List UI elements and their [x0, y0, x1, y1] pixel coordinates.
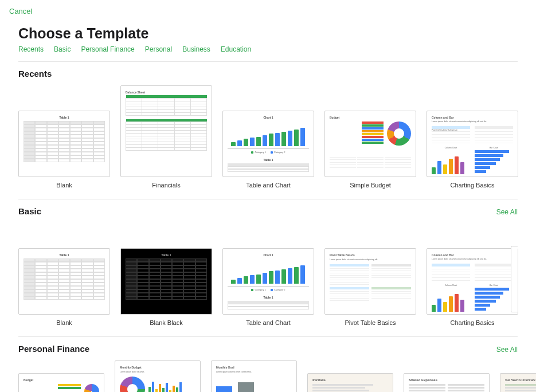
- tab-personal[interactable]: Personal: [145, 45, 172, 53]
- template-label: Financials: [120, 182, 212, 189]
- tab-basic[interactable]: Basic: [54, 45, 71, 53]
- thumbnail: Column and Bar Lorem ipsum dolor sit ame…: [427, 248, 518, 315]
- tab-recents[interactable]: Recents: [18, 45, 44, 53]
- tab-education[interactable]: Education: [221, 45, 251, 53]
- template-charting-basics[interactable]: Column and Bar Lorem ipsum dolor sit ame…: [427, 85, 518, 189]
- thumbnail: Balance Sheet: [120, 85, 212, 177]
- section-title-recents: Recents: [18, 69, 52, 79]
- thumbnail: Portfolio: [307, 373, 393, 392]
- see-all-personal-finance[interactable]: See All: [496, 346, 518, 354]
- section-title-basic: Basic: [18, 206, 41, 216]
- tab-personal-finance[interactable]: Personal Finance: [81, 45, 134, 53]
- template-shared-expenses[interactable]: Shared Expenses: [404, 360, 490, 392]
- thumbnail: Budget: [18, 373, 104, 392]
- donut-chart-icon: [387, 121, 411, 146]
- page-title: Choose a Template: [0, 16, 536, 45]
- template-table-and-chart[interactable]: Chart 1 Category 1Category 2 Table 1 Tab…: [222, 223, 314, 326]
- thumbnail: Table 1: [120, 248, 212, 315]
- see-all-basic[interactable]: See All: [496, 208, 518, 216]
- template-label: Charting Basics: [427, 182, 518, 189]
- cancel-button[interactable]: Cancel: [9, 7, 32, 15]
- thumbnail: Chart 1 Category 1Category 2 Table 1: [222, 111, 314, 177]
- template-label: Charting Basics: [427, 319, 518, 326]
- thumbnail: Pivot Table Basics Lorem ipsum dolor sit…: [324, 248, 416, 315]
- template-label: Table and Chart: [222, 182, 314, 189]
- template-label: Pivot Table Basics: [324, 319, 416, 326]
- thumbnail: Shared Expenses: [404, 373, 490, 392]
- thumbnail: Budget: [324, 111, 416, 177]
- template-blank-black[interactable]: Table 1 Blank Black: [120, 223, 212, 326]
- donut-chart-icon: [84, 384, 99, 392]
- thumbnail: Table 1: [18, 248, 110, 315]
- template-blank[interactable]: Table 1 Blank: [18, 85, 110, 189]
- template-table-and-chart[interactable]: Chart 1 Category 1Category 2 Table 1 Tab…: [222, 85, 314, 189]
- tab-business[interactable]: Business: [182, 45, 210, 53]
- thumbnail: Column and Bar Lorem ipsum dolor sit ame…: [427, 111, 518, 177]
- template-charting-basics[interactable]: Column and Bar Lorem ipsum dolor sit ame…: [427, 223, 518, 326]
- template-financials[interactable]: Balance Sheet Financials: [120, 85, 212, 189]
- pie-chart-icon: [120, 377, 145, 392]
- template-label: Blank: [18, 319, 110, 326]
- section-title-personal-finance: Personal Finance: [18, 344, 89, 354]
- template-blank[interactable]: Table 1 Blank: [18, 223, 110, 326]
- overflow-peek: [511, 246, 518, 312]
- template-label: Blank: [18, 182, 110, 189]
- template-monthly-budget[interactable]: Monthly Budget Lorem ipsum dolor sit ame…: [115, 360, 201, 392]
- template-pivot-table-basics[interactable]: Pivot Table Basics Lorem ipsum dolor sit…: [324, 223, 416, 326]
- template-label: Table and Chart: [222, 319, 314, 326]
- template-simple-budget[interactable]: Budget: [18, 360, 104, 392]
- template-net-worth[interactable]: Net Worth Overview: [500, 360, 536, 392]
- template-portfolio[interactable]: Portfolio: [307, 360, 393, 392]
- template-simple-budget[interactable]: Budget: [324, 85, 416, 189]
- thumbnail: Net Worth Overview: [500, 373, 536, 392]
- template-label: Simple Budget: [324, 182, 416, 189]
- thumbnail: Table 1: [18, 111, 110, 177]
- category-tabs: Recents Basic Personal Finance Personal …: [0, 45, 536, 61]
- template-label: Blank Black: [120, 319, 212, 326]
- template-monthly-goal[interactable]: Monthly Goal Lorem ipsum dolor sit amet …: [211, 360, 297, 392]
- thumbnail: Chart 1 Category 1Category 2 Table 1: [222, 248, 314, 315]
- thumbnail: Monthly Goal Lorem ipsum dolor sit amet …: [211, 360, 297, 392]
- thumbnail: Monthly Budget Lorem ipsum dolor sit ame…: [115, 360, 201, 392]
